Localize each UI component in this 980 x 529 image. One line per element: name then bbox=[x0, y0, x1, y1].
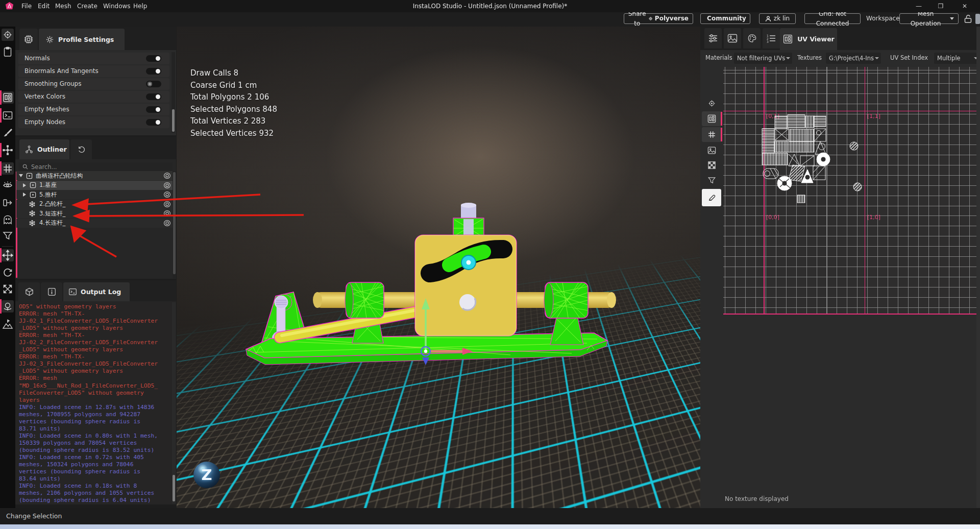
scene-tab[interactable] bbox=[18, 282, 40, 301]
z-logo-sphere: Z bbox=[193, 462, 220, 488]
expand-icon[interactable] bbox=[2, 283, 14, 295]
log-scrollbar[interactable] bbox=[172, 302, 176, 503]
tree-row-camrod[interactable]: 2.凸轮杆_ bbox=[16, 200, 175, 209]
uv-layout-icon[interactable] bbox=[702, 111, 721, 126]
outliner-scrollbar[interactable] bbox=[173, 171, 176, 278]
outliner-tab[interactable]: Outliner bbox=[19, 139, 69, 159]
visibility-eye-icon[interactable] bbox=[163, 201, 171, 208]
empty-meshes-toggle[interactable] bbox=[146, 106, 161, 113]
visibility-icon[interactable] bbox=[2, 179, 14, 191]
menu-mesh[interactable]: Mesh bbox=[51, 0, 76, 12]
mesh-icon bbox=[29, 210, 36, 217]
window-title: InstaLOD Studio - Untitled.json (Unnamed… bbox=[388, 0, 592, 12]
profile-row-binormals: Binormals And Tangents bbox=[18, 65, 169, 77]
uv-tabbar: 123 UV Viewer bbox=[700, 27, 980, 50]
grid-status-button[interactable]: Grid: Not Connected bbox=[804, 13, 861, 24]
tree-row-root[interactable]: 曲柄连杆凸轮结构 bbox=[16, 171, 175, 180]
uv-set-dropdown[interactable]: Multiple mes bbox=[934, 53, 980, 64]
search-icon bbox=[22, 164, 28, 170]
tree-row-shortlink[interactable]: 3.短连杆_ bbox=[16, 209, 175, 218]
uv-grid-icon[interactable] bbox=[702, 127, 721, 142]
profile-chip-tab[interactable] bbox=[19, 29, 38, 50]
visibility-eye-icon[interactable] bbox=[163, 172, 171, 179]
uv-checker-icon[interactable] bbox=[702, 158, 721, 173]
uv-image-icon[interactable] bbox=[702, 143, 721, 158]
tree-row-longlink[interactable]: 4.长连杆_ bbox=[16, 219, 175, 228]
model-3d bbox=[177, 27, 700, 508]
profile-settings-panel: Profile Settings Normals Binormals And T… bbox=[15, 27, 176, 135]
panel-edge-handle[interactable] bbox=[975, 14, 980, 24]
orbit-camera-icon[interactable] bbox=[2, 300, 14, 312]
workspace-dropdown[interactable]: Mesh Operation bbox=[899, 13, 959, 24]
uv-canvas[interactable]: [0,1] [1,1] [0,0] [1,0] bbox=[723, 67, 980, 315]
expand-caret[interactable] bbox=[23, 183, 26, 187]
ghost-icon[interactable] bbox=[2, 213, 14, 226]
target-crosshair-icon[interactable] bbox=[2, 29, 14, 41]
profile-row-vertexcolors: Vertex Colors bbox=[18, 91, 169, 103]
normals-toggle[interactable] bbox=[146, 55, 161, 62]
menu-file[interactable]: File bbox=[17, 0, 36, 12]
chevron-down-icon bbox=[950, 17, 954, 20]
log-content[interactable]: OD5" without geometry layersERROR: mesh … bbox=[16, 302, 172, 504]
close-button[interactable]: ✕ bbox=[956, 0, 973, 12]
smoothing-groups-toggle[interactable] bbox=[146, 81, 161, 87]
uv-filter-icon[interactable] bbox=[702, 173, 721, 188]
output-log-tab[interactable]: Output Log bbox=[63, 282, 130, 301]
menubar: File Edit Mesh Create Windows Help Insta… bbox=[0, 0, 980, 12]
lock-open-icon[interactable] bbox=[964, 14, 972, 23]
menu-help[interactable]: Help bbox=[129, 0, 151, 12]
hierarchy-icon bbox=[24, 145, 34, 154]
output-log-panel: Output Log OD5" without geometry layersE… bbox=[15, 280, 176, 504]
textures-label: Textures bbox=[797, 54, 822, 61]
palette-tab[interactable] bbox=[743, 28, 761, 49]
expand-caret[interactable] bbox=[19, 174, 23, 177]
node-graph-icon[interactable] bbox=[2, 144, 14, 156]
console-icon[interactable] bbox=[2, 109, 14, 122]
status-text: Change Selection bbox=[6, 512, 62, 520]
menu-create[interactable]: Create bbox=[73, 0, 102, 12]
move-icon[interactable] bbox=[2, 249, 14, 261]
tree-row-pushrod[interactable]: 5.推杆 bbox=[16, 190, 175, 199]
outliner-panel: Outliner Search... 曲柄连杆凸轮结构 1.基座 5.推杆 2.… bbox=[15, 137, 176, 279]
reset-icon bbox=[77, 145, 86, 154]
minimize-button[interactable]: — bbox=[910, 0, 927, 12]
terrain-export-icon[interactable] bbox=[2, 319, 14, 331]
export-arrow-icon[interactable] bbox=[2, 197, 14, 209]
materials-filter-dropdown[interactable]: Not filtering UVs bbox=[734, 53, 792, 64]
outliner-reset-tab[interactable] bbox=[70, 139, 92, 159]
empty-nodes-toggle[interactable] bbox=[146, 119, 161, 126]
image-tab[interactable] bbox=[724, 28, 741, 49]
profile-scrollbar[interactable] bbox=[172, 52, 175, 133]
restore-button[interactable]: ❐ bbox=[932, 0, 949, 12]
profile-settings-tab[interactable]: Profile Settings bbox=[39, 29, 125, 50]
vertex-colors-toggle[interactable] bbox=[146, 93, 161, 100]
uv-layout-icon[interactable] bbox=[2, 91, 14, 104]
uv-viewer-panel: 123 UV Viewer Materials Not filtering UV… bbox=[700, 27, 980, 508]
search-input[interactable]: Search... bbox=[18, 162, 173, 171]
sliders-tab[interactable] bbox=[704, 28, 722, 49]
refresh-icon[interactable] bbox=[2, 266, 14, 278]
grid-icon[interactable] bbox=[2, 162, 14, 175]
binormals-toggle[interactable] bbox=[146, 68, 161, 75]
visibility-eye-icon[interactable] bbox=[163, 210, 171, 217]
paintbrush-icon[interactable] bbox=[2, 127, 14, 139]
uv-focus-icon[interactable] bbox=[702, 96, 721, 111]
visibility-eye-icon[interactable] bbox=[163, 220, 171, 227]
clipboard-icon[interactable] bbox=[2, 46, 14, 58]
viewport-3d[interactable]: Draw Calls 8Coarse Grid 1 cmTotal Polygo… bbox=[177, 27, 700, 508]
expand-caret[interactable] bbox=[23, 193, 26, 197]
share-to-polyverse-button[interactable]: Share to Polyverse bbox=[624, 13, 693, 24]
user-button[interactable]: zk lin bbox=[759, 13, 796, 24]
numbered-list-tab[interactable]: 123 bbox=[763, 28, 780, 49]
uv-pen-icon[interactable] bbox=[702, 189, 721, 206]
visibility-eye-icon[interactable] bbox=[163, 191, 171, 198]
info-tab[interactable] bbox=[41, 282, 62, 301]
tree-row-base[interactable]: 1.基座 bbox=[16, 181, 175, 190]
console-icon bbox=[68, 287, 77, 296]
uv-viewer-tab[interactable]: UV Viewer bbox=[780, 28, 837, 50]
visibility-eye-icon[interactable] bbox=[163, 182, 171, 189]
filter-funnel-icon[interactable] bbox=[2, 230, 14, 242]
uv-panel-scrollbar[interactable] bbox=[976, 27, 980, 508]
community-button[interactable]: Community bbox=[700, 13, 750, 24]
textures-path-dropdown[interactable]: G:\Project\4-Ins bbox=[826, 53, 881, 64]
